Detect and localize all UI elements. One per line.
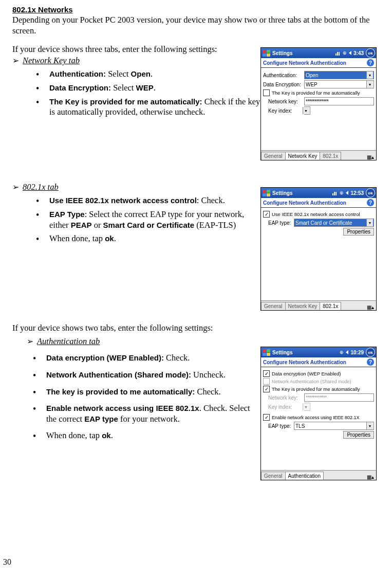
key-provided-checkbox[interactable] [263,89,270,96]
arrow-icon: ➢ [12,182,21,192]
speaker-icon [346,350,348,354]
pda-titlebar: Settings ⊕ 12:53 ok [261,188,376,198]
network-key-heading: ➢ Network Key tab [12,56,260,66]
tab-authentication[interactable]: Authentication [285,472,324,480]
auth-tab-heading: ➢ Authentication tab [27,336,260,347]
connect-icon: ⊕ [340,190,344,195]
pda-screenshot-8021x: Settings ⊕ 12:53 ok Configure Network Au… [260,187,377,311]
tab-general[interactable]: General [261,302,286,310]
pda-title: Settings [272,190,332,196]
speaker-icon [346,191,348,195]
speaker-icon [349,51,351,55]
pda-title: Settings [272,350,340,355]
intro-text: Depending on your Pocket PC 2003 version… [12,15,377,36]
enc-dropdown[interactable]: WEP [304,80,374,88]
bullet-data-encryption: Data encryption (WEP Enabled): Check. [33,353,260,364]
key-index-label: Key index: [268,108,304,114]
bullet-done-ok-1: When done, tap ok. [36,233,260,244]
pda-screenshot-network-key: Settings ⊕ 3:43 ok Configure Network Aut… [260,47,377,160]
ok-button[interactable]: ok [366,188,375,197]
bullet-key-provided-2: The key is provided to me automatically:… [33,387,260,398]
signal-icon [335,50,341,56]
network-key-input: ************ [304,393,374,402]
two-tabs-intro: If your device shows two tabs, enter the… [12,323,377,333]
eap-type-label: EAP type: [268,220,294,226]
eap-type-dropdown[interactable]: TLS [294,422,374,430]
key-prov-checkbox[interactable]: ✓ [263,386,270,392]
bullet-encryption: Data Encryption: Select WEP. [36,83,260,94]
network-key-label: Network key: [268,395,304,401]
tab-8021x[interactable]: 802.1x [320,302,341,310]
tab-general[interactable]: General [261,152,286,160]
tab-8021x[interactable]: 802.1x [320,152,341,160]
help-icon[interactable]: ? [367,358,374,366]
keyboard-icon[interactable]: ▦▴ [365,304,376,310]
pda-titlebar: Settings ⊕ 3:43 ok [261,48,376,58]
bullet-network-auth: Network Authentication (Shared mode): Un… [33,370,260,381]
help-icon[interactable]: ? [367,59,374,66]
tab-network-key[interactable]: Network Key [285,302,321,310]
clock: 3:43 [353,50,364,56]
tab-network-key[interactable]: Network Key [285,152,321,160]
keyboard-icon[interactable]: ▦▴ [365,154,376,160]
pda-subtitle-bar: Configure Network Authentication ? [261,58,376,68]
ok-button[interactable]: ok [366,48,375,58]
keyboard-icon[interactable]: ▦▴ [365,474,376,480]
page-number: 30 [3,557,11,567]
enable-8021x-checkbox[interactable]: ✓ [263,414,270,421]
help-icon[interactable]: ? [367,199,374,206]
8021x-heading: ➢ 802.1x tab [12,182,260,192]
bullet-enable-8021x: Enable network access using IEEE 802.1x.… [33,403,260,424]
properties-button[interactable]: Properties [343,431,374,439]
eap-type-label: EAP type: [268,423,294,429]
tab-general[interactable]: General [261,472,286,480]
pda-subtitle-bar: Configure Network Authentication ? [261,357,376,367]
bullet-eap-type: EAP Type: Select the correct EAP type fo… [36,209,260,230]
properties-button[interactable]: Properties [343,228,374,236]
signal-icon [332,190,338,195]
start-icon[interactable] [262,49,270,57]
key-index-dropdown[interactable]: 1 [304,106,310,115]
pda-titlebar: Settings ⊕ 10:29 ok [261,347,376,357]
network-key-input[interactable]: ************* [304,97,374,105]
pda-screenshot-authentication: Settings ⊕ 10:29 ok Configure Network Au… [260,347,377,480]
eap-type-dropdown[interactable]: Smart Card or Certificate [294,219,374,227]
ok-button[interactable]: ok [366,348,375,357]
start-icon[interactable] [262,349,270,356]
net-auth-checkbox [263,378,270,385]
start-icon[interactable] [262,189,270,196]
bullet-use-ieee: Use IEEE 802.1x network access control: … [36,195,260,206]
bullet-key-provided: The Key is provided for me automatically… [36,97,260,118]
document-page: 802.1x Networks Depending on your Pocket… [0,0,392,480]
pda-title: Settings [272,50,335,56]
key-index-label: Key index: [268,404,304,410]
enc-label: Data Encryption: [263,82,304,87]
auth-dropdown[interactable]: Open [304,71,374,79]
connect-icon: ⊕ [340,350,344,355]
arrow-icon: ➢ [27,336,35,346]
bullet-auth: Authentication: Select Open. [36,69,260,80]
clock: 10:29 [350,350,364,355]
key-index-dropdown: 1 [304,403,310,411]
data-enc-checkbox[interactable]: ✓ [263,370,270,377]
connect-icon: ⊕ [343,50,347,56]
pda-subtitle-bar: Configure Network Authentication ? [261,198,376,208]
three-tabs-intro: If your device shows three tabs, enter t… [12,44,260,55]
use-ieee-checkbox[interactable]: ✓ [263,211,270,218]
auth-label: Authentication: [263,73,304,78]
bullet-done-ok-2: When done, tap ok. [33,430,260,441]
arrow-icon: ➢ [12,56,21,65]
clock: 12:53 [350,190,364,196]
network-key-label: Network key: [268,99,304,104]
section-title: 802.1x Networks [12,5,377,14]
